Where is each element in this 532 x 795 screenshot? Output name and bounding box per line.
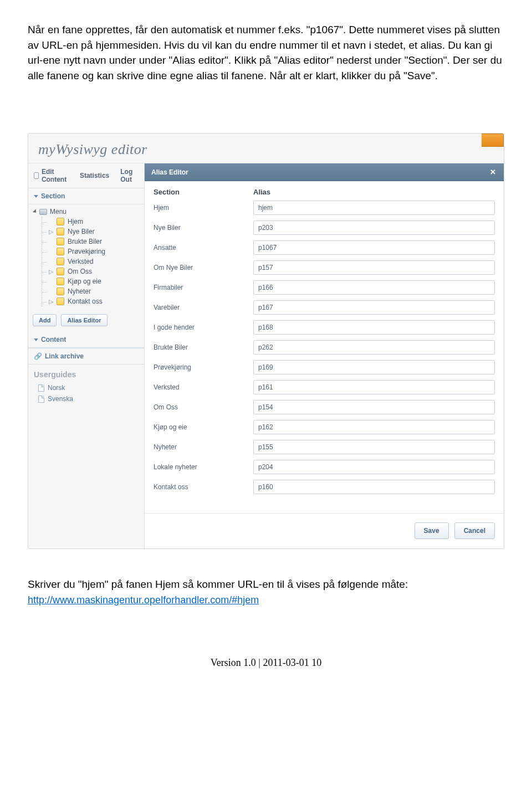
alias-input[interactable] — [253, 340, 495, 355]
alias-input[interactable] — [253, 420, 495, 434]
outro-paragraph: Skriver du "hjem" på fanen Hjem så komme… — [28, 577, 504, 607]
table-row: Hjem — [154, 201, 495, 215]
app-header: myWysiwyg editor — [28, 134, 504, 163]
page-icon — [57, 288, 64, 295]
tree-item[interactable]: ▷Nye Biler — [42, 227, 142, 237]
guide-label: Svenska — [48, 395, 73, 403]
expander-icon: ▷ — [49, 268, 53, 275]
table-row: Prøvekjøring — [154, 360, 495, 375]
alias-input[interactable] — [253, 300, 495, 315]
alias-input[interactable] — [253, 460, 495, 474]
save-button[interactable]: Save — [415, 522, 449, 539]
alias-editor-button[interactable]: Alias Editor — [61, 314, 107, 326]
tab-label: Edit Content — [42, 168, 69, 183]
tree-item[interactable]: Nyheter — [42, 286, 142, 296]
tree-item-label: Kontakt oss — [68, 298, 103, 305]
chevron-down-icon — [34, 195, 38, 198]
row-section-label: Kjøp og eie — [154, 423, 253, 431]
row-section-label: Brukte Biler — [154, 343, 253, 351]
alias-input[interactable] — [253, 280, 495, 295]
tree-items: Hjem▷Nye BilerBrukte BilerPrøvekjøringVe… — [42, 217, 142, 306]
sidebar: Edit Content Statistics Log Out Section — [28, 163, 145, 548]
panel-link-archive[interactable]: 🔗 Link archive — [28, 348, 144, 365]
row-section-label: Verksted — [154, 383, 253, 391]
tree-item[interactable]: Kjøp og eie — [42, 276, 142, 286]
alias-input[interactable] — [253, 260, 495, 275]
guide-item[interactable]: Svenska — [28, 393, 144, 404]
section-tree: Menu Hjem▷Nye BilerBrukte BilerPrøvekjør… — [28, 204, 144, 310]
alias-input[interactable] — [253, 480, 495, 494]
alias-input[interactable] — [253, 240, 495, 255]
tree-item-label: Hjem — [68, 218, 83, 225]
table-row: Nye Biler — [154, 220, 495, 235]
page-footer: Version 1.0 | 2011-03-01 10 — [28, 657, 504, 669]
tree-item-label: Verksted — [68, 258, 94, 265]
row-section-label: Om Oss — [154, 403, 253, 411]
table-row: Om Oss — [154, 400, 495, 414]
panel-content[interactable]: Content — [28, 332, 144, 348]
tree-item-label: Prøvekjøring — [68, 248, 105, 255]
tab-label: Statistics — [80, 172, 109, 179]
table-row: Verksted — [154, 380, 495, 394]
tree-item[interactable]: Prøvekjøring — [42, 247, 142, 257]
row-section-label: Hjem — [154, 204, 253, 212]
panel-label: Content — [41, 336, 66, 343]
page-icon — [57, 298, 64, 305]
alias-input[interactable] — [253, 220, 495, 235]
tree-item[interactable]: Brukte Biler — [42, 237, 142, 247]
table-row: Kontakt oss — [154, 480, 495, 494]
app-title: myWysiwyg editor — [38, 141, 147, 157]
table-row: I gode hender — [154, 320, 495, 335]
tab-label: Log Out — [120, 168, 139, 183]
document-icon — [34, 172, 39, 179]
table-row: Brukte Biler — [154, 340, 495, 355]
tab-edit-content[interactable]: Edit Content — [28, 163, 74, 188]
row-section-label: I gode hender — [154, 324, 253, 331]
page-icon — [57, 268, 64, 275]
chevron-down-icon — [34, 338, 38, 341]
cancel-button[interactable]: Cancel — [454, 522, 495, 539]
tab-logout[interactable]: Log Out — [115, 163, 144, 188]
tree-item[interactable]: Hjem — [42, 217, 142, 227]
alias-input[interactable] — [253, 201, 495, 215]
panel-label: Section — [41, 192, 65, 200]
close-icon[interactable]: ✕ — [489, 168, 497, 176]
tree-item[interactable]: ▷Kontakt oss — [42, 296, 142, 306]
panel-section[interactable]: Section — [28, 188, 144, 204]
guide-item[interactable]: Norsk — [28, 382, 144, 393]
column-headers: Section Alias — [154, 188, 495, 196]
main-panel: Alias Editor ✕ Section Alias HjemNye Bil… — [145, 163, 504, 548]
app-window: myWysiwyg editor Edit Content Statistics… — [28, 133, 504, 549]
row-section-label: Varebiler — [154, 304, 253, 311]
table-row: Kjøp og eie — [154, 420, 495, 434]
document-icon — [38, 396, 44, 403]
expander-icon: ▷ — [49, 228, 53, 235]
tree-item[interactable]: ▷Om Oss — [42, 266, 142, 276]
alias-table: Section Alias HjemNye BilerAnsatteOm Nye… — [145, 181, 504, 506]
row-section-label: Nyheter — [154, 443, 253, 451]
expander-icon: ▷ — [49, 298, 53, 305]
brand-strip — [482, 134, 504, 147]
alias-input[interactable] — [253, 440, 495, 454]
tree-root[interactable]: Menu — [34, 208, 142, 216]
alias-input[interactable] — [253, 320, 495, 335]
document-icon — [38, 384, 44, 392]
tree-item-label: Nye Biler — [68, 228, 95, 235]
page-icon — [57, 258, 64, 265]
alias-input[interactable] — [253, 360, 495, 375]
add-button[interactable]: Add — [33, 314, 57, 326]
sidebar-spacer — [28, 404, 144, 548]
page-icon — [57, 228, 64, 235]
modal-title: Alias Editor — [151, 168, 188, 176]
alias-editor-titlebar: Alias Editor ✕ — [145, 163, 504, 181]
panel-label: Link archive — [45, 352, 84, 360]
tree-item[interactable]: Verksted — [42, 257, 142, 266]
page-icon — [57, 238, 64, 245]
example-url-link[interactable]: http://www.maskinagentur.opelforhandler.… — [28, 594, 259, 606]
alias-input[interactable] — [253, 400, 495, 414]
table-row: Ansatte — [154, 240, 495, 255]
table-row: Om Nye Biler — [154, 260, 495, 275]
alias-input[interactable] — [253, 380, 495, 394]
tab-statistics[interactable]: Statistics — [74, 163, 115, 188]
table-row: Lokale nyheter — [154, 460, 495, 474]
